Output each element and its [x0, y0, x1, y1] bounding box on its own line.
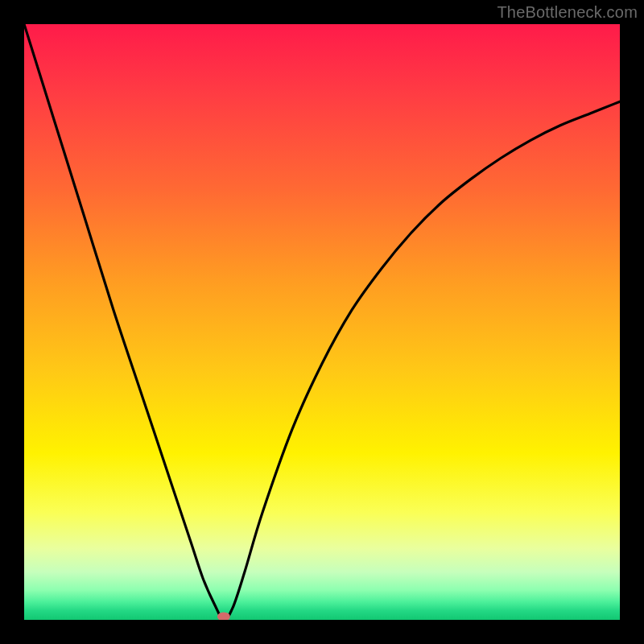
bottleneck-curve — [24, 24, 620, 620]
curve-layer — [24, 24, 620, 620]
watermark-text: TheBottleneck.com — [497, 3, 638, 22]
chart-frame: TheBottleneck.com — [0, 0, 644, 644]
plot-area — [24, 24, 620, 620]
